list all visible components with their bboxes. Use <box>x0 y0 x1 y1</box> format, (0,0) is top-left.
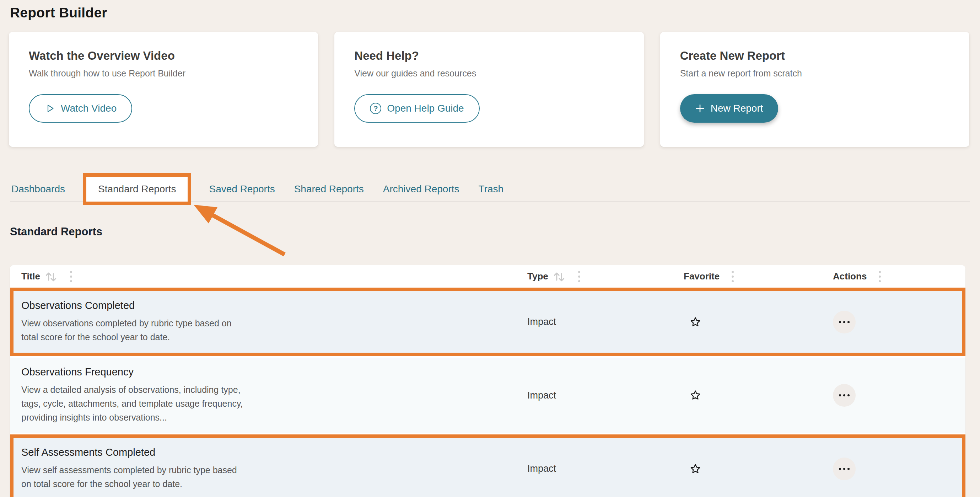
page-title: Report Builder <box>10 5 107 21</box>
column-label: Favorite <box>684 271 719 282</box>
card-subtitle: Walk through how to use Report Builder <box>29 68 298 78</box>
card-create-new-report: Create New Report Start a new report fro… <box>660 32 969 147</box>
help-circle-icon: ? <box>370 103 381 114</box>
column-menu-icon[interactable] <box>877 269 882 284</box>
card-subtitle: View our guides and resources <box>354 68 624 78</box>
column-label: Type <box>527 271 548 282</box>
column-menu-icon[interactable] <box>68 269 73 284</box>
tab-standard-reports[interactable]: Standard Reports <box>83 173 191 205</box>
column-menu-icon[interactable] <box>730 269 735 284</box>
new-report-button[interactable]: New Report <box>680 94 778 123</box>
open-help-guide-label: Open Help Guide <box>387 103 464 114</box>
sort-icon[interactable] <box>45 270 58 283</box>
tab-dashboards[interactable]: Dashboards <box>10 183 67 195</box>
report-type-cell: Impact <box>520 438 676 497</box>
column-label: Actions <box>833 271 867 282</box>
favorite-star-icon[interactable] <box>689 316 702 328</box>
new-report-label: New Report <box>711 103 763 114</box>
tab-shared-reports[interactable]: Shared Reports <box>293 183 365 195</box>
column-header-actions: Actions <box>821 269 966 284</box>
annotation-arrow <box>184 198 294 261</box>
favorite-cell <box>672 358 821 433</box>
column-header-type: Type <box>516 269 672 284</box>
table-header-row: Title Type Favorite Actions <box>10 265 966 288</box>
row-actions-ellipsis-button[interactable] <box>833 311 856 333</box>
report-description: View self assessments completed by rubri… <box>21 463 237 491</box>
card-need-help: Need Help? View our guides and resources… <box>334 32 643 147</box>
card-subtitle: Start a new report from scratch <box>680 68 950 78</box>
sort-icon[interactable] <box>552 270 566 283</box>
top-cards: Watch the Overview Video Walk through ho… <box>9 32 969 147</box>
tab-trash[interactable]: Trash <box>477 183 505 195</box>
column-menu-icon[interactable] <box>577 269 582 284</box>
report-type: Impact <box>527 390 556 401</box>
row-actions-ellipsis-button[interactable] <box>833 384 856 407</box>
report-description: View a detailed analysis of observations… <box>21 383 243 424</box>
favorite-star-icon[interactable] <box>689 463 702 475</box>
report-type-cell: Impact <box>516 358 672 433</box>
actions-cell <box>825 291 962 353</box>
report-description: View observations completed by rubric ty… <box>21 316 232 344</box>
play-icon <box>45 103 55 114</box>
table-row[interactable]: Observations Frequency View a detailed a… <box>10 358 966 433</box>
report-title-cell: Observations Frequency View a detailed a… <box>10 358 516 433</box>
favorite-cell <box>676 291 825 353</box>
report-type: Impact <box>527 463 556 474</box>
tab-archived-reports[interactable]: Archived Reports <box>382 183 461 195</box>
actions-cell <box>825 438 962 497</box>
report-type-cell: Impact <box>520 291 676 353</box>
report-title: Self Assessments Completed <box>21 446 155 458</box>
card-watch-video: Watch the Overview Video Walk through ho… <box>9 32 318 147</box>
column-header-title: Title <box>10 269 516 284</box>
plus-icon <box>695 104 705 113</box>
tab-saved-reports[interactable]: Saved Reports <box>207 183 276 195</box>
standard-reports-table: Title Type Favorite Actions Observations… <box>10 265 966 497</box>
section-heading: Standard Reports <box>10 225 102 238</box>
watch-video-button[interactable]: Watch Video <box>29 94 132 123</box>
report-title-cell: Self Assessments Completed View self ass… <box>13 438 520 497</box>
column-header-favorite: Favorite <box>672 269 821 284</box>
card-title: Need Help? <box>354 49 624 62</box>
report-title: Observations Frequency <box>21 366 134 378</box>
open-help-guide-button[interactable]: ? Open Help Guide <box>354 94 479 123</box>
card-title: Create New Report <box>680 49 950 62</box>
card-title: Watch the Overview Video <box>29 49 298 62</box>
actions-cell <box>821 358 966 433</box>
row-actions-ellipsis-button[interactable] <box>833 457 856 480</box>
favorite-cell <box>676 438 825 497</box>
report-title: Observations Completed <box>21 300 135 311</box>
table-row[interactable]: Observations Completed View observations… <box>10 288 966 356</box>
watch-video-label: Watch Video <box>61 103 116 114</box>
table-row[interactable]: Self Assessments Completed View self ass… <box>10 435 966 497</box>
report-type: Impact <box>527 316 556 327</box>
column-label: Title <box>21 271 40 282</box>
report-title-cell: Observations Completed View observations… <box>13 291 520 353</box>
favorite-star-icon[interactable] <box>689 389 702 401</box>
